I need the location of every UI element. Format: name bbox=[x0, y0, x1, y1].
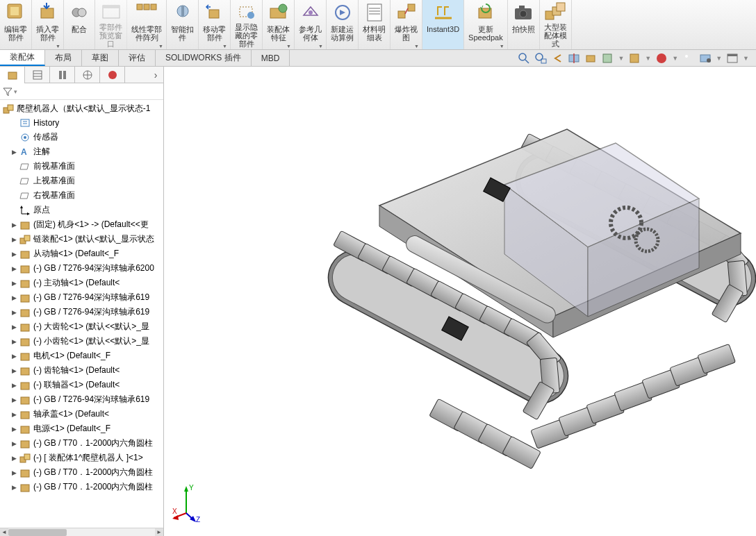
expand-toggle[interactable]: ▶ bbox=[11, 324, 17, 330]
feature-tree[interactable]: 爬壁机器人（默认<默认_显示状态-1 History传感器▶A注解前视基准面上视… bbox=[0, 100, 163, 528]
tree-item[interactable]: ▶(-) GB / T70．1-2000内六角圆柱 bbox=[0, 436, 163, 451]
tab-solidworks-addins[interactable]: SOLIDWORKS 插件 bbox=[156, 50, 252, 66]
dimxpert-icon bbox=[82, 69, 93, 81]
expand-toggle[interactable]: ▶ bbox=[11, 149, 17, 156]
tree-item[interactable]: ▶A注解 bbox=[0, 144, 163, 159]
tree-item[interactable]: 原点 bbox=[0, 203, 163, 217]
tab-layout[interactable]: 布局 bbox=[45, 50, 82, 66]
tree-scrollbar-horizontal[interactable]: ◄ ► bbox=[0, 528, 163, 536]
tree-item[interactable]: ▶轴承盖<1> (Default< bbox=[0, 407, 163, 421]
ribbon-mate[interactable]: 配合 bbox=[64, 0, 95, 49]
tree-item[interactable]: ▶(-) 大齿轮<1> (默认<<默认>_显 bbox=[0, 319, 163, 334]
ribbon-show-hidden[interactable]: 显示隐 藏的零 部件 bbox=[231, 0, 263, 49]
expand-toggle[interactable]: ▶ bbox=[11, 251, 17, 258]
display-style-icon[interactable] bbox=[601, 52, 614, 65]
ribbon-component-preview[interactable]: 零部件 预览窗 口 bbox=[95, 0, 127, 49]
coordinate-triad[interactable]: Y X Z bbox=[172, 482, 214, 524]
sidebar-tab-property-manager[interactable] bbox=[25, 67, 50, 83]
svg-rect-76 bbox=[21, 310, 29, 317]
ribbon-reference-geometry[interactable]: 参考几 何体 ▼ bbox=[295, 0, 327, 49]
filter-icon[interactable] bbox=[3, 87, 13, 97]
tab-mbd[interactable]: MBD bbox=[252, 50, 290, 66]
expand-toggle[interactable]: ▶ bbox=[11, 469, 17, 476]
ribbon-assembly-features[interactable]: 装配体 特征 ▼ bbox=[263, 0, 295, 49]
apply-scene-icon[interactable] bbox=[682, 52, 695, 65]
tree-item[interactable]: ▶(-) GB / T276-94深沟球轴承619 bbox=[0, 392, 163, 407]
expand-toggle[interactable]: ▶ bbox=[11, 265, 17, 272]
expand-toggle[interactable]: ▶ bbox=[11, 455, 17, 462]
tree-item[interactable]: ▶(-) GB / T276-94深沟球轴承619 bbox=[0, 290, 163, 305]
ribbon-bom[interactable]: 材料明 细表 bbox=[359, 0, 391, 49]
tree-item[interactable]: ▶链装配<1> (默认<默认_显示状态 bbox=[0, 232, 163, 246]
ribbon-insert-component[interactable]: 插入零 部件 ▼ bbox=[32, 0, 64, 49]
scrollbar-thumb[interactable] bbox=[8, 529, 67, 536]
zoom-area-icon[interactable] bbox=[534, 52, 547, 65]
sidebar-tab-display-manager[interactable] bbox=[100, 67, 125, 83]
ribbon-update-speedpak[interactable]: 更新 Speedpak ▼ bbox=[464, 0, 508, 49]
ribbon-large-assembly-mode[interactable]: 大型装 配体模 式 bbox=[540, 0, 572, 49]
expand-toggle[interactable]: ▶ bbox=[11, 280, 17, 287]
tab-evaluate[interactable]: 评估 bbox=[119, 50, 156, 66]
render-tools-icon[interactable] bbox=[726, 52, 739, 65]
expand-toggle[interactable]: ▶ bbox=[11, 309, 17, 316]
zoom-to-fit-icon[interactable] bbox=[518, 52, 530, 65]
tree-item[interactable]: ▶(-) 主动轴<1> (Default< bbox=[0, 276, 163, 290]
expand-toggle[interactable]: ▶ bbox=[11, 338, 17, 345]
tree-item[interactable]: ▶(-) 小齿轮<1> (默认<<默认>_显 bbox=[0, 334, 163, 349]
tree-item[interactable]: ▶电机<1> (Default<_F bbox=[0, 349, 163, 363]
tree-item[interactable]: ▶电源<1> (Default<_F bbox=[0, 421, 163, 436]
tree-item[interactable]: ▶(-) 齿轮轴<1> (Default< bbox=[0, 363, 163, 378]
ribbon-instant3d[interactable]: Instant3D bbox=[422, 0, 464, 49]
sidebar-tab-feature-tree[interactable] bbox=[0, 67, 25, 83]
ribbon-linear-pattern[interactable]: 线性零部 件阵列 ▼ bbox=[127, 0, 167, 49]
expand-toggle[interactable]: ▶ bbox=[11, 411, 17, 418]
tree-item[interactable]: 传感器 bbox=[0, 130, 163, 144]
tree-item[interactable]: ▶(-) 联轴器<1> (Default< bbox=[0, 378, 163, 392]
ribbon-move-component[interactable]: 移动零 部件 ▼ bbox=[199, 0, 231, 49]
tree-item[interactable]: ▶从动轴<1> (Default<_F bbox=[0, 246, 163, 261]
tree-item[interactable]: 右视基准面 bbox=[0, 188, 163, 203]
sidebar-tab-dimxpert[interactable] bbox=[75, 67, 100, 83]
expand-toggle[interactable]: ▶ bbox=[11, 236, 17, 243]
tree-item[interactable]: ▶(-) [ 装配体1^爬壁机器人 ]<1> bbox=[0, 451, 163, 465]
expand-toggle[interactable]: ▶ bbox=[11, 221, 17, 228]
section-view-icon[interactable] bbox=[568, 52, 580, 65]
expand-toggle[interactable]: ▶ bbox=[11, 294, 17, 301]
ribbon-exploded-view[interactable]: 爆炸视 图 ▼ bbox=[391, 0, 422, 49]
expand-toggle[interactable]: ▶ bbox=[11, 440, 17, 447]
ribbon-smart-fasteners[interactable]: 智能扣 件 bbox=[167, 0, 199, 49]
tree-item[interactable]: History bbox=[0, 116, 163, 130]
tab-assembly[interactable]: 装配体 bbox=[0, 50, 45, 66]
graphics-viewport[interactable]: Y X Z bbox=[164, 67, 756, 536]
tab-sketch[interactable]: 草图 bbox=[82, 50, 119, 66]
scrollbar-left-arrow[interactable]: ◄ bbox=[0, 528, 8, 537]
expand-toggle[interactable]: ▶ bbox=[11, 382, 17, 389]
tree-item[interactable]: 上视基准面 bbox=[0, 174, 163, 188]
expand-toggle[interactable]: ▶ bbox=[11, 367, 17, 374]
tree-root-item[interactable]: 爬壁机器人（默认<默认_显示状态-1 bbox=[0, 101, 163, 116]
scrollbar-track[interactable] bbox=[8, 528, 155, 537]
expand-toggle[interactable]: ▶ bbox=[11, 396, 17, 403]
scrollbar-right-arrow[interactable]: ► bbox=[155, 528, 163, 537]
ribbon-snapshot[interactable]: 拍快照 bbox=[508, 0, 540, 49]
view-settings-icon[interactable] bbox=[699, 52, 712, 65]
edit-appearance-icon[interactable] bbox=[655, 52, 668, 65]
view-orientation-icon[interactable] bbox=[584, 52, 597, 65]
tree-item[interactable]: ▶(-) GB / T70．1-2000内六角圆柱 bbox=[0, 465, 163, 480]
ribbon-new-motion-study[interactable]: 新建运 动算例 bbox=[327, 0, 359, 49]
ribbon-edit-component[interactable]: 编辑零 部件 bbox=[0, 0, 32, 49]
sidebar-tab-configuration-manager[interactable] bbox=[50, 67, 75, 83]
expand-toggle[interactable]: ▶ bbox=[11, 426, 17, 433]
previous-view-icon[interactable] bbox=[551, 52, 564, 65]
tree-item[interactable]: ▶(-) GB / T276-94深沟球轴承619 bbox=[0, 305, 163, 319]
sidebar-expand-button[interactable]: › bbox=[148, 67, 163, 83]
expand-toggle[interactable]: ▶ bbox=[11, 484, 17, 491]
svg-rect-1 bbox=[10, 7, 19, 15]
dropdown-arrow-icon: ▼ bbox=[222, 44, 227, 49]
tree-item[interactable]: ▶(-) GB / T70．1-2000内六角圆柱 bbox=[0, 480, 163, 494]
tree-item[interactable]: 前视基准面 bbox=[0, 159, 163, 174]
tree-item[interactable]: ▶(-) GB / T276-94深沟球轴承6200 bbox=[0, 261, 163, 276]
tree-item[interactable]: ▶(固定) 机身<1> -> (Default<<更 bbox=[0, 217, 163, 232]
expand-toggle[interactable]: ▶ bbox=[11, 353, 17, 360]
hide-show-icon[interactable] bbox=[628, 52, 641, 65]
